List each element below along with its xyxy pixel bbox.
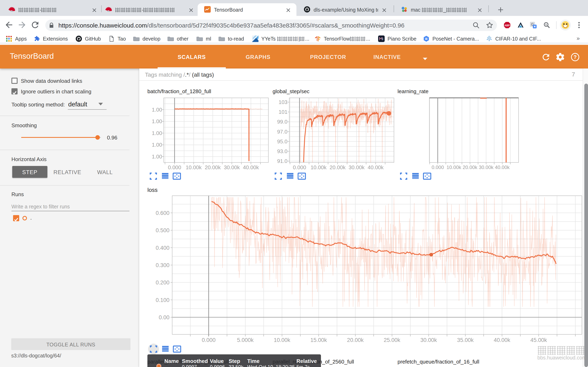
svg-text:1.00: 1.00 bbox=[152, 142, 162, 148]
svg-text:15.00k: 15.00k bbox=[310, 337, 327, 343]
svg-text:30.00k: 30.00k bbox=[479, 165, 494, 170]
svg-text:20.00k: 20.00k bbox=[329, 164, 346, 170]
svg-text:0.600: 0.600 bbox=[156, 210, 169, 216]
svg-text:30.00k: 30.00k bbox=[420, 337, 437, 343]
svg-text:10.00k: 10.00k bbox=[186, 164, 202, 170]
svg-text:20.00k: 20.00k bbox=[463, 165, 477, 170]
svg-text:99.0: 99.0 bbox=[277, 119, 287, 125]
svg-text:45.00k: 45.00k bbox=[530, 337, 547, 343]
svg-text:0.00: 0.00 bbox=[159, 314, 169, 320]
svg-text:0.200: 0.200 bbox=[156, 280, 169, 286]
svg-text:30.00k: 30.00k bbox=[224, 164, 240, 170]
svg-text:0.000: 0.000 bbox=[432, 165, 444, 170]
svg-text:1.00: 1.00 bbox=[152, 154, 162, 160]
svg-text:0.300: 0.300 bbox=[156, 262, 169, 268]
svg-text:0.000: 0.000 bbox=[293, 164, 306, 170]
svg-text:40.00k: 40.00k bbox=[368, 164, 384, 170]
svg-text:93.0: 93.0 bbox=[277, 148, 287, 154]
svg-text:103: 103 bbox=[279, 99, 287, 105]
svg-text:97.0: 97.0 bbox=[277, 129, 287, 135]
svg-text:0.000: 0.000 bbox=[168, 164, 181, 170]
svg-text:40.00k: 40.00k bbox=[243, 164, 259, 170]
svg-text:20.00k: 20.00k bbox=[205, 164, 221, 170]
svg-text:10.00k: 10.00k bbox=[274, 337, 291, 343]
svg-text:25.00k: 25.00k bbox=[384, 337, 400, 343]
svg-text:95.0: 95.0 bbox=[277, 138, 287, 145]
svg-text:0.100: 0.100 bbox=[156, 297, 169, 303]
svg-text:0.400: 0.400 bbox=[156, 245, 169, 251]
svg-text:0.500: 0.500 bbox=[156, 227, 169, 234]
svg-text:1.00: 1.00 bbox=[152, 130, 162, 136]
svg-text:91.0: 91.0 bbox=[277, 158, 287, 164]
svg-text:40.00k: 40.00k bbox=[494, 337, 510, 343]
svg-text:1.00: 1.00 bbox=[152, 107, 162, 113]
svg-text:1.00: 1.00 bbox=[152, 118, 162, 124]
svg-text:40.00k: 40.00k bbox=[495, 165, 510, 170]
svg-text:10.00k: 10.00k bbox=[447, 165, 461, 170]
svg-text:5.000k: 5.000k bbox=[237, 337, 254, 343]
svg-text:101: 101 bbox=[279, 109, 287, 115]
svg-text:30.00k: 30.00k bbox=[349, 164, 365, 170]
svg-text:20.00k: 20.00k bbox=[347, 337, 364, 343]
svg-text:35.00k: 35.00k bbox=[457, 337, 474, 343]
svg-text:0.000: 0.000 bbox=[202, 337, 216, 343]
svg-text:10.00k: 10.00k bbox=[311, 164, 327, 170]
